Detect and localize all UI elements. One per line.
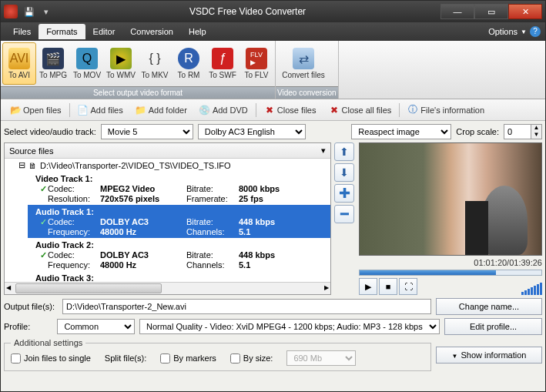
file-icon: 🗎 <box>28 161 37 170</box>
source-tree[interactable]: ⊟🗎D:\Video\Transporter-2\VIDEO_TS\VIDEO_… <box>5 159 330 282</box>
qa-save-icon[interactable]: 💾 <box>21 4 38 19</box>
move-down-button[interactable]: ⬇ <box>334 163 354 182</box>
window-title: VSDC Free Video Converter <box>55 6 440 17</box>
output-path-input[interactable] <box>62 299 431 314</box>
close-button[interactable]: ✕ <box>508 4 542 19</box>
ribbon-caption-conversion: Video conversion <box>276 86 338 99</box>
join-files-checkbox[interactable]: Join files to single <box>11 353 91 364</box>
folder-add-icon: 📁 <box>136 105 146 116</box>
profile-preset-select[interactable]: Normal Quality - Video: XviD MPEG4 - 120… <box>139 319 440 334</box>
edit-profile-button[interactable]: Edit profile... <box>444 318 542 335</box>
info-icon: ⓘ <box>407 105 418 116</box>
check-icon: ✓ <box>39 184 46 194</box>
snapshot-button[interactable]: ⛶ <box>399 278 417 295</box>
audio-track-3[interactable]: Audio Track 3: <box>28 271 330 282</box>
format-flv-button[interactable]: FLV▶To FLV <box>240 42 273 85</box>
video-track-select[interactable]: Movie 5 <box>101 124 193 139</box>
qa-dropdown-icon[interactable]: ▾ <box>38 4 55 19</box>
add-folder-button[interactable]: 📁Add folder <box>131 103 192 117</box>
maximize-button[interactable]: ▭ <box>474 4 508 19</box>
open-files-button[interactable]: 📂Open files <box>5 103 66 117</box>
play-button[interactable]: ▶ <box>359 278 377 295</box>
audio-track-2[interactable]: Audio Track 2: ✓Codec:DOLBY AC3Bitrate:4… <box>28 238 330 271</box>
ribbon: AVITo AVI 🎬To MPG QTo MOV ▶To WMV { }To … <box>1 41 545 99</box>
dvd-icon: 💿 <box>199 105 210 116</box>
profile-category-select[interactable]: Common <box>57 319 135 334</box>
check-icon: ✓ <box>39 217 46 227</box>
ribbon-group-conversion: ⇄Convert files Video conversion <box>276 41 339 99</box>
source-files-panel: Source files▾ ⊟🗎D:\Video\Transporter-2\V… <box>4 142 331 295</box>
format-avi-button[interactable]: AVITo AVI <box>2 42 36 85</box>
split-label: Split file(s): <box>105 353 146 363</box>
h-scrollbar[interactable]: ◀▶ <box>5 282 330 294</box>
titlebar: 💾 ▾ VSDC Free Video Converter — ▭ ✕ <box>1 1 545 22</box>
source-file-row[interactable]: ⊟🗎D:\Video\Transporter-2\VIDEO_TS\VIDEO_… <box>5 159 330 172</box>
convert-button[interactable]: ⇄Convert files <box>277 42 330 85</box>
close-all-button[interactable]: ✖Close all files <box>324 103 397 117</box>
menu-editor[interactable]: Editor <box>85 24 123 39</box>
menubar: Files Formats Editor Conversion Help Opt… <box>1 22 545 41</box>
app-window: 💾 ▾ VSDC Free Video Converter — ▭ ✕ File… <box>0 0 546 392</box>
audio-track-1[interactable]: Audio Track 1: ✓Codec:DOLBY AC3Bitrate:4… <box>28 205 330 238</box>
by-size-checkbox[interactable]: By size: <box>230 353 273 364</box>
format-mov-button[interactable]: QTo MOV <box>70 42 104 85</box>
close-files-button[interactable]: ✖Close files <box>260 103 321 117</box>
track-select-label: Select video/audio track: <box>4 127 96 136</box>
video-preview[interactable] <box>359 142 542 256</box>
stop-button[interactable]: ■ <box>379 278 397 295</box>
change-name-button[interactable]: Change name... <box>436 298 542 315</box>
help-icon[interactable]: ? <box>530 26 541 37</box>
format-mpg-button[interactable]: 🎬To MPG <box>36 42 70 85</box>
folder-open-icon: 📂 <box>10 105 21 116</box>
seek-bar[interactable] <box>359 270 542 276</box>
collapse-icon[interactable]: ⊟ <box>18 160 25 170</box>
add-dvd-button[interactable]: 💿Add DVD <box>195 103 253 117</box>
profile-label: Profile: <box>4 322 52 331</box>
output-label: Output file(s): <box>4 302 58 311</box>
move-up-button[interactable]: ⬆ <box>334 142 354 161</box>
content-area: Select video/audio track: Movie 5 Dolby … <box>1 121 545 391</box>
app-icon <box>4 5 18 18</box>
video-track-1[interactable]: Video Track 1: ✓Codec:MPEG2 VideoBitrate… <box>28 172 330 205</box>
ribbon-caption-formats: Select output video format <box>1 86 275 99</box>
menu-options[interactable]: Options <box>488 27 518 36</box>
audio-track-select[interactable]: Dolby AC3 English <box>198 124 306 139</box>
menu-files[interactable]: Files <box>5 24 39 39</box>
close-file-icon: ✖ <box>264 105 275 116</box>
crop-scale-input[interactable] <box>504 124 531 139</box>
document-add-icon: 📄 <box>78 105 89 116</box>
check-icon: ✓ <box>39 250 46 260</box>
ribbon-group-formats: AVITo AVI 🎬To MPG QTo MOV ▶To WMV { }To … <box>1 41 276 99</box>
split-size-select: 690 Mb <box>286 350 356 366</box>
timecode-label: 01:01:20/01:39:26 <box>359 258 542 267</box>
file-info-button[interactable]: ⓘFile's information <box>403 103 489 117</box>
chevron-down-icon: ▼ <box>452 353 458 360</box>
source-files-header: Source files <box>9 146 53 156</box>
sort-icon[interactable]: ▾ <box>321 146 326 156</box>
show-information-button[interactable]: ▼Show information <box>436 347 542 364</box>
menu-conversion[interactable]: Conversion <box>122 24 181 39</box>
chevron-down-icon[interactable]: ▼ <box>521 28 527 35</box>
additional-settings-group: Additional settings Join files to single… <box>4 338 431 371</box>
crop-mode-select[interactable]: Reaspect image <box>351 124 451 139</box>
by-markers-checkbox[interactable]: By markers <box>160 353 216 364</box>
crop-scale-stepper[interactable]: ▲▼ <box>504 124 542 139</box>
menu-formats[interactable]: Formats <box>39 24 85 39</box>
format-swf-button[interactable]: ƒTo SWF <box>206 42 240 85</box>
close-all-icon: ✖ <box>329 105 340 116</box>
add-track-button[interactable]: ✚ <box>334 184 354 203</box>
remove-track-button[interactable]: ━ <box>334 205 354 223</box>
menu-help[interactable]: Help <box>181 24 214 39</box>
minimize-button[interactable]: — <box>440 4 474 19</box>
spin-down-icon[interactable]: ▼ <box>531 132 541 139</box>
add-files-button[interactable]: 📄Add files <box>73 103 128 117</box>
additional-legend: Additional settings <box>11 338 85 347</box>
file-toolbar: 📂Open files 📄Add files 📁Add folder 💿Add … <box>1 99 545 121</box>
volume-indicator[interactable] <box>521 283 542 295</box>
format-mkv-button[interactable]: { }To MKV <box>138 42 172 85</box>
arrange-buttons: ⬆ ⬇ ✚ ━ <box>334 142 354 295</box>
format-rm-button[interactable]: RTo RM <box>172 42 206 85</box>
scroll-thumb[interactable] <box>15 283 162 293</box>
crop-scale-label: Crop scale: <box>456 127 499 136</box>
format-wmv-button[interactable]: ▶To WMV <box>104 42 138 85</box>
